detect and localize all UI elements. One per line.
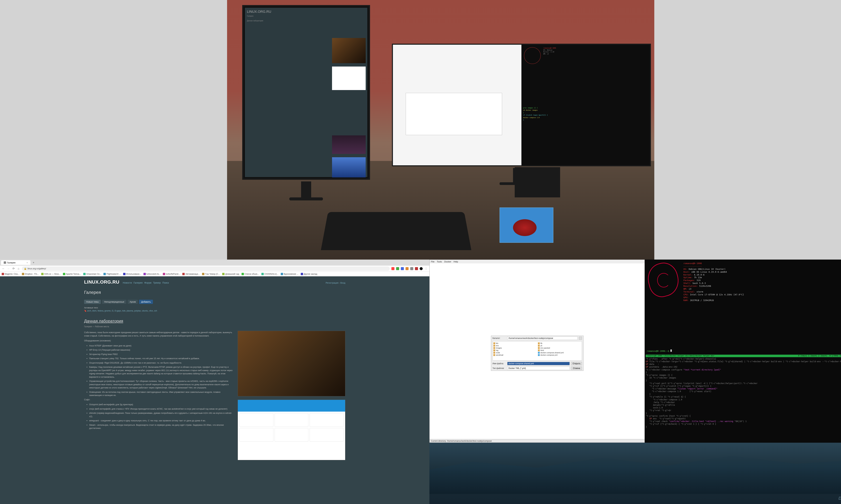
- bookmark-item[interactable]: CHANNAILU(...: [261, 273, 278, 275]
- nav-link[interactable]: Галерея: [134, 282, 143, 284]
- bookmark-item[interactable]: Amazonian Ce...: [83, 273, 101, 275]
- thumbnail-homeassistant[interactable]: [238, 400, 345, 460]
- bookmark-item[interactable]: Домашний сад: [222, 273, 239, 275]
- nav-link[interactable]: Трекер: [153, 282, 161, 284]
- code-line: "t-c">docker-compose 1.0 ["t-y">exec sta…: [646, 390, 841, 393]
- editor-menubar: FileToolsDockerHelp: [430, 260, 645, 264]
- tag-link[interactable]: kde: [122, 310, 125, 312]
- bookmark-item[interactable]: Dropbox - Fin...: [22, 273, 39, 275]
- address-bar: ← → ⟳ ⌂ 🔒 linux.org.ru/gallery/ ⋮: [0, 266, 429, 272]
- file-item[interactable]: docker-compose.shared.yml: [538, 352, 581, 354]
- extension-icon[interactable]: [396, 267, 399, 270]
- nav-link[interactable]: Форум: [144, 282, 152, 284]
- bookmark-item[interactable]: Использовани...: [123, 273, 141, 275]
- extension-icon[interactable]: [410, 267, 413, 270]
- file-item[interactable]: env-packed: [538, 347, 581, 349]
- list-item: HP Envy 13 (Текущая рабочая машинка): [89, 348, 233, 352]
- auth-link[interactable]: Регистрация: [326, 282, 339, 284]
- file-item[interactable]: docker-compose.yml: [538, 354, 581, 356]
- nav-link[interactable]: Новости: [123, 282, 132, 284]
- file-item[interactable]: images: [493, 347, 536, 349]
- bookmark-item[interactable]: Вдохновение ...: [281, 273, 298, 275]
- list-item: 3d-принтер Flying bear P902: [89, 353, 233, 356]
- tag-link[interactable]: fedora: [98, 310, 103, 312]
- file-icon: [538, 352, 540, 354]
- url-field[interactable]: 🔒 linux.org.ru/gallery/: [22, 267, 390, 271]
- bookmark-item[interactable]: Другие заклад: [301, 273, 317, 275]
- menu-item[interactable]: File: [431, 260, 434, 263]
- tag-link[interactable]: polybar: [134, 310, 141, 312]
- extension-icon[interactable]: [415, 267, 418, 270]
- filter-pill[interactable]: Новые темы: [84, 300, 101, 304]
- extension-icon[interactable]: [401, 267, 404, 270]
- bookmark-item[interactable]: Flightradar24 ...: [103, 273, 121, 275]
- extension-icon[interactable]: [406, 267, 409, 270]
- folder-icon: [493, 342, 495, 344]
- forward-icon[interactable]: →: [7, 267, 10, 270]
- auth-link[interactable]: Вход: [340, 282, 345, 284]
- back-icon[interactable]: ←: [2, 267, 5, 270]
- list-item: Камеры: Над поселком дешевая китайская y…: [89, 365, 233, 378]
- tag-link[interactable]: arch: [87, 310, 91, 312]
- file-item[interactable]: node: [493, 352, 536, 354]
- file-item[interactable]: bin: [493, 342, 536, 344]
- thumbnail-workspace[interactable]: [238, 331, 345, 396]
- bookmark-item[interactable]: Автомамзаци...: [182, 273, 200, 275]
- bookmark-item[interactable]: Список объек...: [242, 273, 259, 275]
- filetype-field[interactable]: Docker YML (*.yml): [507, 366, 570, 370]
- new-tab-button[interactable]: +: [32, 260, 35, 265]
- menu-icon[interactable]: ⋮: [424, 267, 428, 270]
- list-item: shinobi (сервер видеонаблюдения. Пока то…: [89, 411, 233, 418]
- code-line: "t-c">docker-compose configure "test *cu…: [646, 368, 841, 371]
- file-item[interactable]: env: [493, 344, 536, 347]
- reload-icon[interactable]: ⟳: [12, 267, 15, 270]
- keyboard: [321, 212, 471, 250]
- dialog-path-field[interactable]: /home/romanov/work/docker/test-nodejs/co…: [507, 337, 578, 340]
- code-line: }: [646, 379, 841, 382]
- file-item[interactable]: sendmail: [493, 354, 536, 356]
- filename-field[interactable]: docker-compose.shared.yml: [507, 362, 570, 365]
- close-tab-icon[interactable]: ×: [27, 262, 28, 264]
- open-button[interactable]: Открыть: [571, 362, 582, 365]
- tag-link[interactable]: plasma: [127, 310, 133, 312]
- bookmark-item[interactable]: Apache Tomca...: [63, 273, 81, 275]
- tag-link[interactable]: xfce: [149, 310, 153, 312]
- bookmark-item[interactable]: SSN.ce — Личн...: [41, 273, 61, 275]
- filter-pill[interactable]: Добавить: [139, 300, 153, 304]
- tag-link[interactable]: i3-gaps: [114, 310, 121, 312]
- terminal-neofetch[interactable]: romanov@0-1006--------------OS: Debian G…: [645, 259, 841, 354]
- menu-item[interactable]: Tools: [437, 260, 442, 263]
- tag-link[interactable]: ubuntu: [142, 310, 148, 312]
- bookmark-item[interactable]: turbo/fiePanel...: [163, 273, 180, 275]
- dialog-up-icon[interactable]: [579, 337, 582, 340]
- tag-link[interactable]: dwm: [92, 310, 97, 312]
- tmux-statusbar: romanov@0-1006:~/bin/docker-helper-dir/d…: [646, 355, 841, 357]
- bookmark-item[interactable]: Magento: Clou...: [2, 273, 19, 275]
- extension-icon[interactable]: [391, 267, 394, 270]
- site-logo[interactable]: LINUX.ORG.RU: [84, 280, 119, 285]
- menu-item[interactable]: Docker: [444, 260, 451, 263]
- filter-pill[interactable]: Архив: [128, 300, 138, 304]
- file-item[interactable]: yii: [538, 344, 581, 347]
- menu-item[interactable]: Help: [453, 260, 458, 263]
- code-line: "t-c">docker-compose 1.0: [646, 398, 841, 401]
- cancel-button[interactable]: Отмена: [571, 366, 582, 370]
- nav-link[interactable]: Поиск: [162, 282, 169, 284]
- mouse: [513, 219, 536, 236]
- bookmark-item[interactable]: Гэш Чемор (С...: [202, 273, 220, 275]
- code-line: }: [646, 412, 841, 415]
- filter-pill[interactable]: Неподтвержденные: [102, 300, 126, 304]
- tag-link[interactable]: zsh: [154, 310, 157, 312]
- article-title[interactable]: Дачная лаборатория: [84, 319, 345, 323]
- terminal-tmux[interactable]: romanov@0-1006:~/bin/docker-helper-dir/d…: [645, 354, 841, 443]
- file-item[interactable]: log: [493, 349, 536, 352]
- file-item[interactable]: lib: [538, 342, 581, 344]
- tag-link[interactable]: gnome: [104, 310, 111, 312]
- extension-icon[interactable]: [420, 267, 423, 270]
- home-icon[interactable]: ⌂: [17, 267, 20, 270]
- tag-link[interactable]: i3: [112, 310, 113, 312]
- browser-tab[interactable]: Галерея ×: [1, 260, 31, 265]
- bookmark-item[interactable]: turbocoduh.liv...: [143, 273, 161, 275]
- list-item: Осциллограф: Rigol DS1052E. До 100Mhz я …: [89, 361, 233, 364]
- file-item[interactable]: html: [538, 349, 581, 352]
